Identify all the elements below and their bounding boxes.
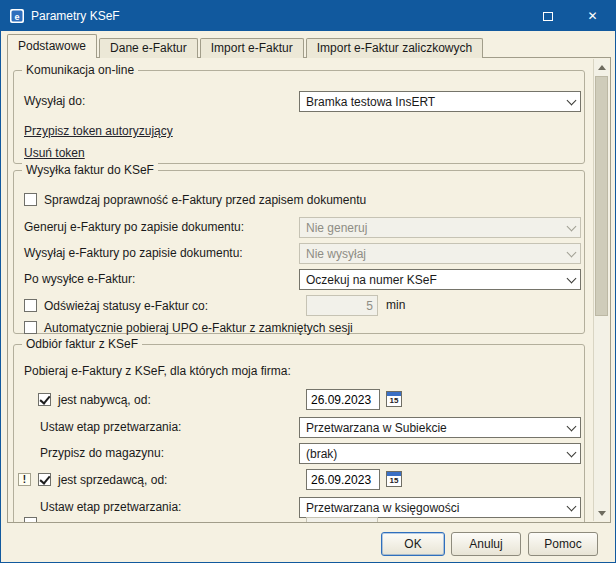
- tab-bar: Podstawowe Dane e-Faktur Import e-Faktur…: [7, 35, 485, 58]
- seller-date-input[interactable]: [306, 469, 380, 490]
- generate-label: Generuj e-Faktury po zapisie dokumentu:: [24, 217, 244, 238]
- group-title: Wysyłka faktur do KSeF: [22, 163, 158, 177]
- send-to-combobox[interactable]: Bramka testowa InsERT: [299, 91, 581, 112]
- scroll-thumb[interactable]: [595, 76, 608, 316]
- close-button[interactable]: ✕: [570, 1, 615, 31]
- maximize-icon: [543, 12, 553, 21]
- seller-stage-value: Przetwarzana w księgowości: [300, 501, 562, 515]
- after-send-value: Oczekuj na numer KSeF: [300, 273, 562, 287]
- validate-before-save-checkbox[interactable]: [24, 193, 37, 206]
- send-to-value: Bramka testowa InsERT: [300, 95, 562, 109]
- vertical-scrollbar[interactable]: [593, 59, 609, 521]
- tab-dane-e-faktur[interactable]: Dane e-Faktur: [99, 38, 198, 58]
- close-icon: ✕: [587, 10, 597, 22]
- chevron-down-icon: [562, 218, 580, 237]
- send-after-save-combobox[interactable]: Nie wysyłaj: [299, 243, 581, 264]
- maximize-button[interactable]: [525, 1, 570, 31]
- assign-token-link[interactable]: Przypisz token autoryzujący: [24, 124, 173, 138]
- buyer-stage-label: Ustaw etap przetwarzania:: [40, 417, 181, 438]
- tab-podstawowe[interactable]: Podstawowe: [7, 34, 97, 58]
- generate-value: Nie generuj: [300, 221, 562, 235]
- chevron-down-icon: [562, 444, 580, 463]
- send-after-save-value: Nie wysyłaj: [300, 247, 562, 261]
- buyer-stage-value: Przetwarzana w Subiekcie: [300, 421, 562, 435]
- help-button[interactable]: Pomoc: [528, 532, 598, 556]
- app-icon: e: [9, 8, 25, 24]
- refresh-status-checkbox[interactable]: [24, 299, 37, 312]
- window-title: Parametry KSeF: [31, 9, 525, 23]
- chevron-down-icon: [562, 92, 580, 111]
- send-to-label: Wysyłaj do:: [24, 91, 85, 112]
- seller-checkbox[interactable]: [38, 473, 51, 486]
- chevron-down-icon: [562, 498, 580, 517]
- calendar-picker-button[interactable]: 15: [386, 471, 402, 487]
- dialog-parametry-ksef: e Parametry KSeF ✕ Podstawowe Dane e-Fak…: [0, 0, 616, 563]
- generate-combobox[interactable]: Nie generuj: [299, 217, 581, 238]
- clipped-field[interactable]: [306, 517, 378, 523]
- refresh-status-label: Odświeżaj statusy e-Faktur co:: [44, 299, 208, 313]
- calendar-picker-button[interactable]: 15: [386, 391, 402, 407]
- warehouse-value: (brak): [300, 447, 562, 461]
- warning-icon: !: [18, 473, 31, 486]
- validate-before-save-label: Sprawdzaj poprawność e-Faktury przed zap…: [44, 193, 366, 207]
- buyer-date-input[interactable]: [306, 389, 380, 410]
- group-title: Komunikacja on-line: [22, 63, 138, 77]
- calendar-day-label: 15: [387, 476, 401, 486]
- remove-token-link[interactable]: Usuń token: [24, 146, 85, 160]
- scroll-up-button[interactable]: [594, 59, 609, 75]
- titlebar: e Parametry KSeF ✕: [1, 1, 615, 31]
- group-komunikacja-online: Komunikacja on-line Wysyłaj do: Bramka t…: [13, 70, 585, 164]
- clipped-checkbox[interactable]: [24, 517, 37, 523]
- group-wysylka-faktur: Wysyłka faktur do KSeF Sprawdzaj poprawn…: [13, 170, 585, 334]
- refresh-unit-label: min: [386, 295, 405, 316]
- seller-label: jest sprzedawcą, od:: [58, 473, 167, 487]
- seller-stage-label: Ustaw etap przetwarzania:: [40, 497, 181, 518]
- calendar-day-label: 15: [387, 396, 401, 406]
- warehouse-label: Przypisz do magazynu:: [40, 443, 164, 464]
- tab-page: Komunikacja on-line Wysyłaj do: Bramka t…: [7, 57, 611, 523]
- auto-upo-checkbox[interactable]: [24, 321, 37, 334]
- group-title: Odbiór faktur z KSeF: [22, 337, 142, 351]
- refresh-interval-input[interactable]: [306, 295, 378, 316]
- chevron-down-icon: [562, 244, 580, 263]
- chevron-down-icon: [562, 418, 580, 437]
- scroll-down-button[interactable]: [594, 505, 609, 521]
- auto-upo-label: Automatycznie pobieraj UPO e-Faktur z za…: [44, 321, 353, 335]
- cancel-button[interactable]: Anuluj: [451, 532, 521, 556]
- buyer-checkbox[interactable]: [38, 393, 51, 406]
- tab-import-e-faktur[interactable]: Import e-Faktur: [200, 38, 304, 58]
- chevron-down-icon: [562, 270, 580, 289]
- buyer-stage-combobox[interactable]: Przetwarzana w Subiekcie: [299, 417, 581, 438]
- send-after-save-label: Wysyłaj e-Faktury po zapisie dokumentu:: [24, 243, 243, 264]
- after-send-label: Po wysyłce e-Faktur:: [24, 269, 135, 290]
- buyer-label: jest nabywcą, od:: [58, 393, 151, 407]
- group-odbior-faktur: Odbiór faktur z KSeF Pobieraj e-Faktury …: [13, 344, 585, 523]
- warehouse-combobox[interactable]: (brak): [299, 443, 581, 464]
- tab-import-e-faktur-zaliczkowych[interactable]: Import e-Faktur zaliczkowych: [306, 38, 483, 58]
- ok-button[interactable]: OK: [381, 532, 445, 556]
- seller-stage-combobox[interactable]: Przetwarzana w księgowości: [299, 497, 581, 518]
- receive-intro-label: Pobieraj e-Faktury z KSeF, dla których m…: [24, 361, 291, 382]
- after-send-combobox[interactable]: Oczekuj na numer KSeF: [299, 269, 581, 290]
- svg-text:e: e: [14, 12, 19, 22]
